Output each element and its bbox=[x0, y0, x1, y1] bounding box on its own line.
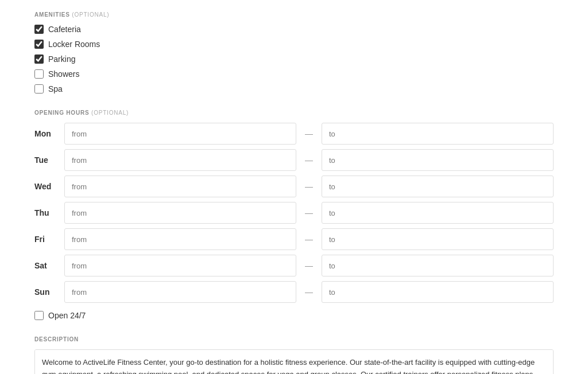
dash-thu: — bbox=[303, 208, 315, 217]
amenity-cafeteria[interactable]: Cafeteria bbox=[34, 25, 554, 34]
day-sat: Sat bbox=[34, 261, 57, 270]
page-container: AMENITIES (OPTIONAL) Cafeteria Locker Ro… bbox=[0, 0, 588, 374]
sun-from-input[interactable] bbox=[64, 281, 296, 303]
open-247-label[interactable]: Open 24/7 bbox=[48, 311, 86, 320]
amenity-locker-rooms[interactable]: Locker Rooms bbox=[34, 40, 554, 49]
amenity-spa[interactable]: Spa bbox=[34, 84, 554, 94]
thu-from-input[interactable] bbox=[64, 202, 296, 224]
amenity-parking[interactable]: Parking bbox=[34, 54, 554, 64]
dash-tue: — bbox=[303, 155, 315, 165]
cafeteria-label[interactable]: Cafeteria bbox=[48, 25, 81, 34]
showers-checkbox[interactable] bbox=[34, 69, 44, 79]
tue-from-input[interactable] bbox=[64, 149, 296, 171]
hours-row-wed: Wed — bbox=[34, 176, 554, 197]
fri-to-input[interactable] bbox=[322, 228, 554, 250]
description-section: DESCRIPTION Welcome to ActiveLife Fitnes… bbox=[34, 336, 554, 374]
dash-sun: — bbox=[303, 287, 315, 297]
open-247-checkbox[interactable] bbox=[34, 311, 44, 320]
day-mon: Mon bbox=[34, 129, 57, 138]
cafeteria-checkbox[interactable] bbox=[34, 25, 44, 34]
amenities-section: AMENITIES (OPTIONAL) Cafeteria Locker Ro… bbox=[34, 11, 554, 94]
amenity-showers[interactable]: Showers bbox=[34, 69, 554, 79]
description-label: DESCRIPTION bbox=[34, 336, 554, 342]
mon-to-input[interactable] bbox=[322, 123, 554, 145]
opening-hours-label: OPENING HOURS (OPTIONAL) bbox=[34, 110, 554, 116]
wed-from-input[interactable] bbox=[64, 176, 296, 197]
hours-row-thu: Thu — bbox=[34, 202, 554, 224]
showers-label[interactable]: Showers bbox=[48, 69, 79, 79]
day-sun: Sun bbox=[34, 287, 57, 297]
hours-row-sun: Sun — bbox=[34, 281, 554, 303]
wed-to-input[interactable] bbox=[322, 176, 554, 197]
locker-rooms-label[interactable]: Locker Rooms bbox=[48, 40, 100, 49]
open-247-row[interactable]: Open 24/7 bbox=[34, 311, 554, 320]
parking-checkbox[interactable] bbox=[34, 54, 44, 64]
hours-row-mon: Mon — bbox=[34, 123, 554, 145]
dash-fri: — bbox=[303, 235, 315, 244]
spa-label[interactable]: Spa bbox=[48, 84, 63, 94]
locker-rooms-checkbox[interactable] bbox=[34, 40, 44, 49]
fri-from-input[interactable] bbox=[64, 228, 296, 250]
hours-row-sat: Sat — bbox=[34, 255, 554, 276]
parking-label[interactable]: Parking bbox=[48, 54, 75, 64]
sat-to-input[interactable] bbox=[322, 255, 554, 276]
hours-row-fri: Fri — bbox=[34, 228, 554, 250]
opening-hours-section: OPENING HOURS (OPTIONAL) Mon — Tue — Wed… bbox=[34, 110, 554, 320]
sun-to-input[interactable] bbox=[322, 281, 554, 303]
spa-checkbox[interactable] bbox=[34, 84, 44, 94]
dash-wed: — bbox=[303, 182, 315, 191]
day-tue: Tue bbox=[34, 155, 57, 165]
dash-sat: — bbox=[303, 261, 315, 270]
day-thu: Thu bbox=[34, 208, 57, 217]
hours-row-tue: Tue — bbox=[34, 149, 554, 171]
thu-to-input[interactable] bbox=[322, 202, 554, 224]
day-fri: Fri bbox=[34, 235, 57, 244]
mon-from-input[interactable] bbox=[64, 123, 296, 145]
day-wed: Wed bbox=[34, 182, 57, 191]
dash-mon: — bbox=[303, 129, 315, 138]
amenities-label: AMENITIES (OPTIONAL) bbox=[34, 11, 554, 18]
tue-to-input[interactable] bbox=[322, 149, 554, 171]
description-textarea[interactable]: Welcome to ActiveLife Fitness Center, yo… bbox=[34, 349, 554, 374]
sat-from-input[interactable] bbox=[64, 255, 296, 276]
